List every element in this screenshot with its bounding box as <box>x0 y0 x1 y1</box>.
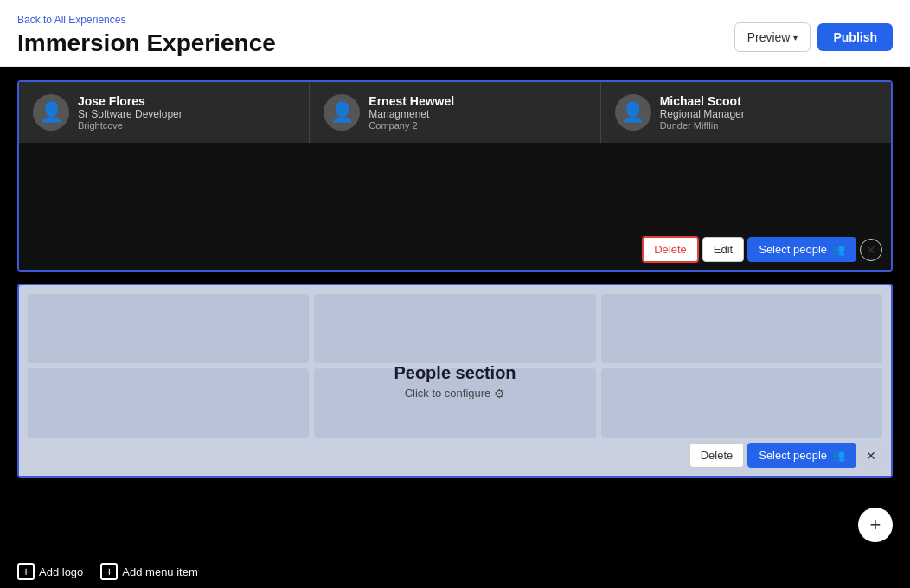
section-1-body <box>19 143 891 229</box>
person-info-2: Michael Scoot Regional Manager Dunder Mi… <box>660 94 745 131</box>
section1-close-button[interactable]: ✕ <box>860 239 882 261</box>
person-info-1: Ernest Hewwel Managmenet Company 2 <box>368 94 454 131</box>
add-menu-icon: + <box>100 563 118 580</box>
section1-select-people-button[interactable]: Select people 👥 <box>747 237 856 262</box>
add-menu-item-button[interactable]: + Add menu item <box>100 563 197 580</box>
section1-edit-button[interactable]: Edit <box>702 237 744 262</box>
page-title: Immersion Experience <box>17 29 276 57</box>
placeholder-card-5 <box>601 368 882 438</box>
section-2-grid <box>28 294 882 438</box>
publish-button[interactable]: Publish <box>817 23 893 51</box>
section2-select-people-button[interactable]: Select people 👥 <box>747 443 856 468</box>
add-logo-button[interactable]: + Add logo <box>17 563 83 580</box>
person-role-1: Managmenet <box>368 108 454 120</box>
preview-button[interactable]: Preview ▾ <box>734 22 811 52</box>
avatar-2: 👤 <box>615 94 651 131</box>
section2-delete-button[interactable]: Delete <box>689 443 745 468</box>
person-company-0: Brightcove <box>78 120 183 131</box>
preview-label: Preview <box>747 30 791 44</box>
section2-close-button[interactable]: ✕ <box>860 444 882 467</box>
person-company-2: Dunder Mifflin <box>660 120 745 131</box>
placeholder-card-0 <box>28 294 309 363</box>
avatar-1: 👤 <box>324 94 360 131</box>
chevron-down-icon: ▾ <box>793 33 798 42</box>
add-menu-label: Add menu item <box>122 566 197 578</box>
bottom-bar: + Add logo + Add menu item <box>17 563 198 580</box>
user-icon-2: 👤 <box>621 101 644 124</box>
placeholder-card-1 <box>314 294 595 363</box>
person-card-1: 👤 Ernest Hewwel Managmenet Company 2 <box>310 82 600 143</box>
avatar-0: 👤 <box>33 94 69 131</box>
canvas: 👤 Jose Flores Sr Software Developer Brig… <box>0 67 910 588</box>
person-info-0: Jose Flores Sr Software Developer Bright… <box>78 94 183 131</box>
person-role-0: Sr Software Developer <box>78 108 183 120</box>
people-section-2[interactable]: People section Click to configure ⚙ Dele… <box>17 284 893 478</box>
section1-select-people-label: Select people <box>759 243 827 256</box>
placeholder-card-2 <box>601 294 882 363</box>
section-2-toolbar: Delete Select people 👥 ✕ <box>28 438 882 468</box>
person-company-1: Company 2 <box>368 120 454 131</box>
user-icon-0: 👤 <box>40 101 63 124</box>
section1-delete-button[interactable]: Delete <box>642 236 699 263</box>
fab-add-button[interactable]: + <box>858 508 893 542</box>
people-icon-2: 👥 <box>831 449 845 462</box>
placeholder-card-4 <box>314 368 595 438</box>
add-logo-icon: + <box>17 563 35 580</box>
header-left: Back to All Experiences Immersion Experi… <box>17 14 276 57</box>
user-icon-1: 👤 <box>330 101 354 124</box>
page-header: Back to All Experiences Immersion Experi… <box>0 0 910 67</box>
person-role-2: Regional Manager <box>660 108 745 120</box>
person-card-2: 👤 Michael Scoot Regional Manager Dunder … <box>601 82 891 143</box>
section2-select-people-label: Select people <box>759 449 827 462</box>
person-name-1: Ernest Hewwel <box>368 94 454 108</box>
placeholder-card-3 <box>28 368 309 438</box>
person-name-0: Jose Flores <box>78 94 183 108</box>
people-icon-1: 👥 <box>831 243 845 256</box>
people-cards-row: 👤 Jose Flores Sr Software Developer Brig… <box>19 82 891 143</box>
person-card-0: 👤 Jose Flores Sr Software Developer Brig… <box>19 82 310 143</box>
person-name-2: Michael Scoot <box>660 94 745 108</box>
section-1-toolbar: Delete Edit Select people 👥 ✕ <box>19 229 891 270</box>
header-right: Preview ▾ Publish <box>734 22 893 52</box>
people-section-1: 👤 Jose Flores Sr Software Developer Brig… <box>17 80 893 272</box>
add-logo-label: Add logo <box>39 566 83 578</box>
back-link[interactable]: Back to All Experiences <box>17 14 276 26</box>
